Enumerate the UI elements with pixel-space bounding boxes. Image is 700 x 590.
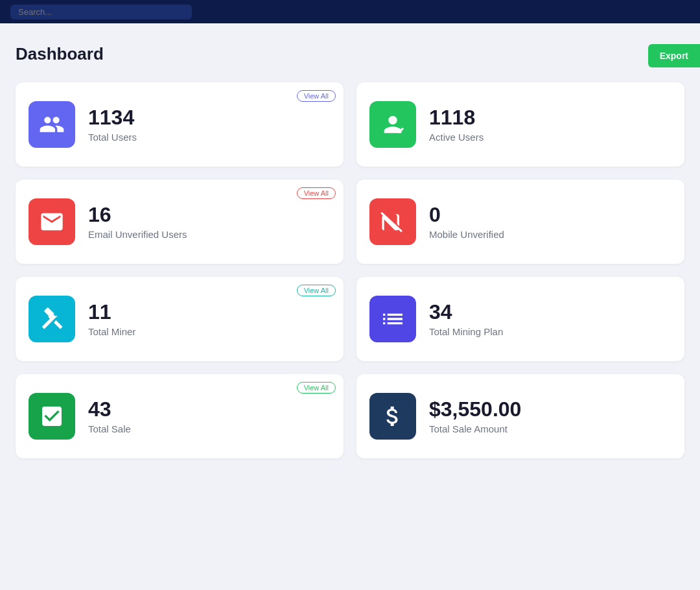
card-icon-total-sale	[29, 393, 75, 440]
card-icon-total-miner	[29, 296, 75, 342]
watermark-email-unverified	[292, 215, 333, 259]
card-total-mining-plan: 34 Total Mining Plan	[356, 277, 684, 361]
card-info-total-miner: 11 Total Miner	[88, 301, 135, 337]
card-icon-total-users	[29, 101, 75, 148]
view-all-badge-total-sale[interactable]: View All	[297, 382, 336, 394]
card-active-users: 1118 Active Users	[356, 82, 684, 167]
card-icon-total-sale-amount	[369, 393, 416, 440]
card-email-unverified: View All 16 Email Unverified Users	[16, 180, 344, 264]
card-number-total-sale: 43	[88, 398, 131, 421]
card-info-total-sale-amount: $3,550.00 Total Sale Amount	[429, 398, 521, 434]
card-number-total-users: 1134	[88, 106, 137, 129]
export-button[interactable]: Export	[648, 44, 700, 67]
search-input[interactable]	[10, 5, 192, 19]
view-all-badge-total-users[interactable]: View All	[297, 90, 336, 102]
cards-grid: View All 1134 Total Users 1118 Active Us…	[16, 82, 684, 458]
card-info-total-mining-plan: 34 Total Mining Plan	[429, 301, 503, 337]
card-label-total-sale-amount: Total Sale Amount	[429, 423, 521, 434]
card-label-mobile-unverified: Mobile Unverified	[429, 229, 504, 240]
card-number-mobile-unverified: 0	[429, 204, 504, 226]
card-number-total-mining-plan: 34	[429, 301, 503, 324]
card-mobile-unverified: 0 Mobile Unverified	[356, 180, 684, 264]
card-total-miner: View All 11 Total Miner	[16, 277, 344, 361]
card-info-total-sale: 43 Total Sale	[88, 398, 131, 434]
card-info-total-users: 1134 Total Users	[88, 106, 137, 143]
card-icon-active-users	[369, 101, 416, 148]
watermark-total-sale	[292, 409, 333, 453]
watermark-total-users	[292, 117, 333, 161]
card-label-email-unverified: Email Unverified Users	[88, 229, 187, 240]
card-label-total-users: Total Users	[88, 132, 137, 143]
card-number-total-sale-amount: $3,550.00	[429, 398, 521, 421]
main-content: Dashboard Export View All 1134 Total Use…	[0, 23, 700, 479]
card-label-active-users: Active Users	[429, 132, 484, 143]
card-total-sale: View All 43 Total Sale	[16, 374, 344, 458]
card-label-total-sale: Total Sale	[88, 423, 131, 434]
top-bar	[0, 0, 700, 23]
card-icon-mobile-unverified	[369, 198, 416, 245]
card-total-users: View All 1134 Total Users	[16, 82, 344, 167]
card-icon-total-mining-plan	[369, 296, 416, 342]
page-title: Dashboard	[16, 44, 684, 64]
card-info-mobile-unverified: 0 Mobile Unverified	[429, 204, 504, 240]
card-number-total-miner: 11	[88, 301, 135, 324]
card-total-sale-amount: $3,550.00 Total Sale Amount	[356, 374, 684, 458]
card-info-active-users: 1118 Active Users	[429, 106, 484, 143]
card-icon-email-unverified	[29, 198, 75, 245]
card-info-email-unverified: 16 Email Unverified Users	[88, 204, 187, 240]
view-all-badge-email-unverified[interactable]: View All	[297, 187, 336, 199]
card-number-active-users: 1118	[429, 106, 484, 129]
card-number-email-unverified: 16	[88, 204, 187, 226]
view-all-badge-total-miner[interactable]: View All	[297, 285, 336, 296]
watermark-total-miner	[292, 312, 333, 356]
card-label-total-mining-plan: Total Mining Plan	[429, 326, 503, 337]
card-label-total-miner: Total Miner	[88, 326, 135, 337]
